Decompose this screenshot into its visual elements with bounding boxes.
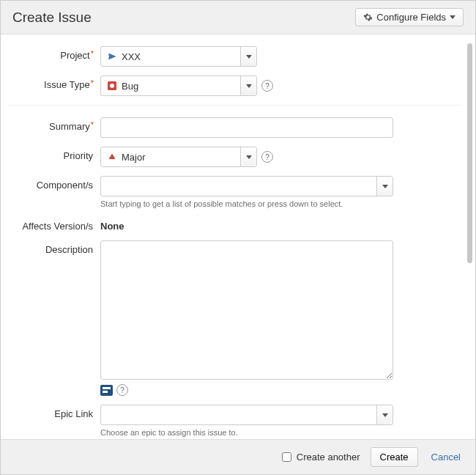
field-row-summary: Summary xyxy=(8,117,461,138)
help-icon[interactable]: ? xyxy=(261,80,273,92)
bug-icon xyxy=(107,81,117,91)
components-label: Component/s xyxy=(8,176,100,191)
help-icon[interactable]: ? xyxy=(261,151,273,163)
epic-link-hint: Choose an epic to assign this issue to. xyxy=(100,428,461,437)
summary-input[interactable] xyxy=(100,117,393,138)
configure-fields-button[interactable]: Configure Fields xyxy=(355,8,464,26)
epic-link-label: Epic Link xyxy=(8,405,100,419)
issue-type-value: Bug xyxy=(122,81,138,92)
field-row-affects-versions: Affects Version/s None xyxy=(8,217,461,232)
project-select[interactable]: XXX xyxy=(100,46,257,67)
create-another-checkbox[interactable] xyxy=(282,452,291,462)
affects-versions-label: Affects Version/s xyxy=(8,217,100,232)
create-issue-dialog: Create Issue Configure Fields Project xyxy=(0,0,476,475)
priority-value: Major xyxy=(122,152,146,163)
cancel-button[interactable]: Cancel xyxy=(428,448,464,466)
chevron-down-icon[interactable] xyxy=(240,147,256,166)
field-row-project: Project XXX xyxy=(8,46,461,67)
priority-label: Priority xyxy=(8,147,100,161)
field-row-issue-type: Issue Type Bug ? xyxy=(8,76,461,96)
field-row-description: Description ? xyxy=(8,240,461,396)
create-button[interactable]: Create xyxy=(371,447,418,467)
configure-fields-label: Configure Fields xyxy=(376,12,446,23)
field-row-epic-link: Epic Link Choose an epic to assign this … xyxy=(8,405,461,437)
affects-versions-value: None xyxy=(100,217,461,232)
project-label: Project xyxy=(8,46,100,61)
field-row-components: Component/s Start typing to get a list o… xyxy=(8,176,461,208)
project-icon xyxy=(107,51,117,62)
visual-mode-icon[interactable] xyxy=(100,385,113,396)
caret-down-icon xyxy=(450,15,455,19)
svg-point-1 xyxy=(110,84,114,88)
field-row-priority: Priority Major ? xyxy=(8,147,461,167)
svg-rect-2 xyxy=(103,387,111,389)
chevron-down-icon[interactable] xyxy=(376,177,393,196)
create-another-checkbox-row[interactable]: Create another xyxy=(279,450,360,464)
chevron-down-icon[interactable] xyxy=(240,47,256,66)
divider xyxy=(8,105,461,106)
chevron-down-icon[interactable] xyxy=(376,405,393,424)
epic-link-select[interactable] xyxy=(100,405,393,425)
dialog-title: Create Issue xyxy=(12,10,92,26)
priority-select[interactable]: Major xyxy=(100,147,257,167)
components-hint: Start typing to get a list of possible m… xyxy=(100,199,461,208)
description-label: Description xyxy=(8,240,100,255)
issue-type-label: Issue Type xyxy=(8,76,100,90)
svg-rect-3 xyxy=(103,391,108,393)
dialog-body: Project XXX xyxy=(1,34,475,439)
dialog-footer: Create another Create Cancel xyxy=(1,439,475,474)
scrollbar[interactable] xyxy=(467,43,472,263)
project-value: XXX xyxy=(122,51,141,62)
summary-label: Summary xyxy=(8,117,100,132)
issue-type-select[interactable]: Bug xyxy=(100,76,257,96)
dialog-header: Create Issue Configure Fields xyxy=(1,1,475,34)
description-textarea[interactable] xyxy=(100,240,393,380)
help-icon[interactable]: ? xyxy=(116,384,128,396)
chevron-down-icon[interactable] xyxy=(240,76,256,95)
components-select[interactable] xyxy=(100,176,393,196)
gear-icon xyxy=(363,12,373,22)
create-another-label: Create another xyxy=(297,452,360,463)
priority-major-icon xyxy=(107,152,117,162)
